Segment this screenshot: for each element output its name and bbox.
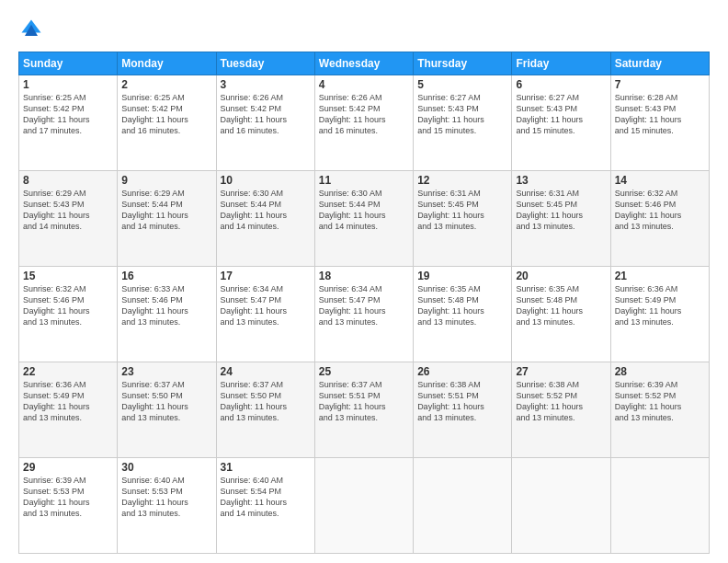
- calendar-cell: 23Sunrise: 6:37 AM Sunset: 5:50 PM Dayli…: [118, 362, 216, 458]
- day-info: Sunrise: 6:25 AM Sunset: 5:42 PM Dayligh…: [23, 92, 113, 137]
- weekday-header-thursday: Thursday: [414, 52, 512, 75]
- calendar-cell: 28Sunrise: 6:39 AM Sunset: 5:52 PM Dayli…: [610, 362, 709, 458]
- day-number: 2: [121, 78, 211, 91]
- week-row-3: 15Sunrise: 6:32 AM Sunset: 5:46 PM Dayli…: [19, 267, 710, 362]
- day-info: Sunrise: 6:38 AM Sunset: 5:52 PM Dayligh…: [516, 379, 606, 424]
- day-info: Sunrise: 6:37 AM Sunset: 5:50 PM Dayligh…: [121, 379, 211, 424]
- calendar-table: SundayMondayTuesdayWednesdayThursdayFrid…: [18, 52, 710, 554]
- calendar-cell: 9Sunrise: 6:29 AM Sunset: 5:44 PM Daylig…: [118, 171, 216, 267]
- day-info: Sunrise: 6:27 AM Sunset: 5:43 PM Dayligh…: [516, 92, 606, 137]
- day-info: Sunrise: 6:25 AM Sunset: 5:42 PM Dayligh…: [121, 92, 211, 137]
- day-info: Sunrise: 6:39 AM Sunset: 5:52 PM Dayligh…: [615, 379, 705, 424]
- day-number: 20: [516, 270, 606, 282]
- weekday-header-saturday: Saturday: [610, 52, 709, 75]
- calendar-cell: 17Sunrise: 6:34 AM Sunset: 5:47 PM Dayli…: [216, 267, 314, 362]
- calendar-cell: 31Sunrise: 6:40 AM Sunset: 5:54 PM Dayli…: [216, 458, 314, 554]
- calendar-cell: 3Sunrise: 6:26 AM Sunset: 5:42 PM Daylig…: [216, 75, 314, 171]
- header: [18, 17, 710, 42]
- day-number: 9: [121, 174, 211, 187]
- day-number: 10: [221, 174, 311, 187]
- day-info: Sunrise: 6:40 AM Sunset: 5:54 PM Dayligh…: [221, 475, 311, 520]
- day-number: 23: [121, 365, 211, 378]
- day-number: 26: [417, 365, 507, 378]
- day-number: 15: [23, 270, 113, 282]
- calendar-cell: 14Sunrise: 6:32 AM Sunset: 5:46 PM Dayli…: [610, 171, 709, 267]
- calendar-cell: 2Sunrise: 6:25 AM Sunset: 5:42 PM Daylig…: [118, 75, 216, 171]
- calendar-cell: 24Sunrise: 6:37 AM Sunset: 5:50 PM Dayli…: [216, 362, 314, 458]
- calendar-cell: 15Sunrise: 6:32 AM Sunset: 5:46 PM Dayli…: [19, 267, 118, 362]
- day-info: Sunrise: 6:26 AM Sunset: 5:42 PM Dayligh…: [319, 92, 409, 137]
- day-number: 13: [516, 174, 606, 187]
- week-row-4: 22Sunrise: 6:36 AM Sunset: 5:49 PM Dayli…: [19, 362, 710, 458]
- calendar-cell: 8Sunrise: 6:29 AM Sunset: 5:43 PM Daylig…: [19, 171, 118, 267]
- day-info: Sunrise: 6:35 AM Sunset: 5:48 PM Dayligh…: [516, 283, 606, 328]
- logo: [18, 17, 48, 42]
- calendar-cell: [314, 458, 413, 554]
- page: SundayMondayTuesdayWednesdayThursdayFrid…: [0, 0, 728, 563]
- calendar-cell: [414, 458, 512, 554]
- weekday-header-friday: Friday: [512, 52, 610, 75]
- calendar-cell: 1Sunrise: 6:25 AM Sunset: 5:42 PM Daylig…: [19, 75, 118, 171]
- day-info: Sunrise: 6:34 AM Sunset: 5:47 PM Dayligh…: [319, 283, 409, 328]
- calendar-cell: 27Sunrise: 6:38 AM Sunset: 5:52 PM Dayli…: [512, 362, 610, 458]
- day-info: Sunrise: 6:28 AM Sunset: 5:43 PM Dayligh…: [615, 92, 705, 137]
- calendar-cell: 25Sunrise: 6:37 AM Sunset: 5:51 PM Dayli…: [314, 362, 413, 458]
- calendar-cell: 5Sunrise: 6:27 AM Sunset: 5:43 PM Daylig…: [414, 75, 512, 171]
- calendar-cell: 4Sunrise: 6:26 AM Sunset: 5:42 PM Daylig…: [314, 75, 413, 171]
- day-number: 3: [221, 78, 311, 91]
- day-info: Sunrise: 6:39 AM Sunset: 5:53 PM Dayligh…: [23, 475, 113, 520]
- day-info: Sunrise: 6:34 AM Sunset: 5:47 PM Dayligh…: [221, 283, 311, 328]
- calendar-cell: 19Sunrise: 6:35 AM Sunset: 5:48 PM Dayli…: [414, 267, 512, 362]
- calendar-cell: 6Sunrise: 6:27 AM Sunset: 5:43 PM Daylig…: [512, 75, 610, 171]
- calendar-cell: 30Sunrise: 6:40 AM Sunset: 5:53 PM Dayli…: [118, 458, 216, 554]
- week-row-1: 1Sunrise: 6:25 AM Sunset: 5:42 PM Daylig…: [19, 75, 710, 171]
- logo-icon: [18, 17, 44, 42]
- day-number: 24: [221, 365, 311, 378]
- calendar-cell: 12Sunrise: 6:31 AM Sunset: 5:45 PM Dayli…: [414, 171, 512, 267]
- day-number: 5: [417, 78, 507, 91]
- day-info: Sunrise: 6:40 AM Sunset: 5:53 PM Dayligh…: [121, 475, 211, 520]
- day-info: Sunrise: 6:37 AM Sunset: 5:51 PM Dayligh…: [319, 379, 409, 424]
- day-number: 12: [417, 174, 507, 187]
- weekday-header-wednesday: Wednesday: [314, 52, 413, 75]
- day-number: 14: [615, 174, 705, 187]
- day-info: Sunrise: 6:27 AM Sunset: 5:43 PM Dayligh…: [417, 92, 507, 137]
- calendar-cell: 20Sunrise: 6:35 AM Sunset: 5:48 PM Dayli…: [512, 267, 610, 362]
- day-info: Sunrise: 6:26 AM Sunset: 5:42 PM Dayligh…: [221, 92, 311, 137]
- day-info: Sunrise: 6:36 AM Sunset: 5:49 PM Dayligh…: [615, 283, 705, 328]
- calendar-cell: [610, 458, 709, 554]
- week-row-5: 29Sunrise: 6:39 AM Sunset: 5:53 PM Dayli…: [19, 458, 710, 554]
- calendar-cell: 16Sunrise: 6:33 AM Sunset: 5:46 PM Dayli…: [118, 267, 216, 362]
- day-number: 31: [221, 461, 311, 474]
- day-info: Sunrise: 6:35 AM Sunset: 5:48 PM Dayligh…: [417, 283, 507, 328]
- calendar-cell: 29Sunrise: 6:39 AM Sunset: 5:53 PM Dayli…: [19, 458, 118, 554]
- day-number: 29: [23, 461, 113, 474]
- day-number: 17: [221, 270, 311, 282]
- day-number: 11: [319, 174, 409, 187]
- day-number: 18: [319, 270, 409, 282]
- day-number: 22: [23, 365, 113, 378]
- day-info: Sunrise: 6:32 AM Sunset: 5:46 PM Dayligh…: [23, 283, 113, 328]
- calendar-cell: 21Sunrise: 6:36 AM Sunset: 5:49 PM Dayli…: [610, 267, 709, 362]
- day-info: Sunrise: 6:29 AM Sunset: 5:44 PM Dayligh…: [121, 188, 211, 233]
- weekday-header-monday: Monday: [118, 52, 216, 75]
- day-info: Sunrise: 6:31 AM Sunset: 5:45 PM Dayligh…: [417, 188, 507, 233]
- weekday-header-tuesday: Tuesday: [216, 52, 314, 75]
- day-number: 8: [23, 174, 113, 187]
- calendar-cell: [512, 458, 610, 554]
- day-number: 28: [615, 365, 705, 378]
- week-row-2: 8Sunrise: 6:29 AM Sunset: 5:43 PM Daylig…: [19, 171, 710, 267]
- calendar-cell: 7Sunrise: 6:28 AM Sunset: 5:43 PM Daylig…: [610, 75, 709, 171]
- day-number: 25: [319, 365, 409, 378]
- calendar-cell: 10Sunrise: 6:30 AM Sunset: 5:44 PM Dayli…: [216, 171, 314, 267]
- calendar-cell: 26Sunrise: 6:38 AM Sunset: 5:51 PM Dayli…: [414, 362, 512, 458]
- weekday-header-row: SundayMondayTuesdayWednesdayThursdayFrid…: [19, 52, 710, 75]
- day-number: 4: [319, 78, 409, 91]
- calendar-cell: 22Sunrise: 6:36 AM Sunset: 5:49 PM Dayli…: [19, 362, 118, 458]
- day-info: Sunrise: 6:32 AM Sunset: 5:46 PM Dayligh…: [615, 188, 705, 233]
- day-info: Sunrise: 6:33 AM Sunset: 5:46 PM Dayligh…: [121, 283, 211, 328]
- day-info: Sunrise: 6:29 AM Sunset: 5:43 PM Dayligh…: [23, 188, 113, 233]
- day-info: Sunrise: 6:37 AM Sunset: 5:50 PM Dayligh…: [221, 379, 311, 424]
- day-number: 1: [23, 78, 113, 91]
- day-number: 16: [121, 270, 211, 282]
